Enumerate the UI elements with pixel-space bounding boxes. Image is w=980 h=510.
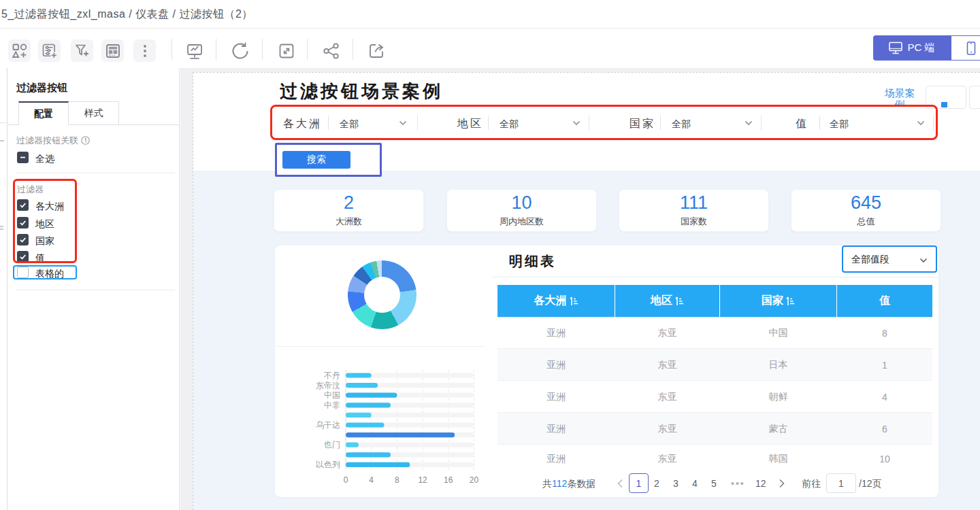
svg-text:不丹: 不丹 (324, 371, 340, 380)
svg-text:0: 0 (344, 475, 348, 485)
svg-text:以色列: 以色列 (316, 460, 340, 469)
svg-text:也门: 也门 (324, 440, 340, 449)
svg-text:8: 8 (395, 475, 399, 485)
svg-text:乌干达: 乌干达 (316, 420, 340, 430)
svg-text:东帝汶: 东帝汶 (316, 381, 340, 390)
svg-text:12: 12 (418, 475, 427, 485)
svg-text:中非: 中非 (324, 401, 340, 410)
svg-text:4: 4 (369, 475, 374, 485)
svg-text:16: 16 (444, 475, 453, 485)
svg-text:中国: 中国 (324, 390, 340, 400)
